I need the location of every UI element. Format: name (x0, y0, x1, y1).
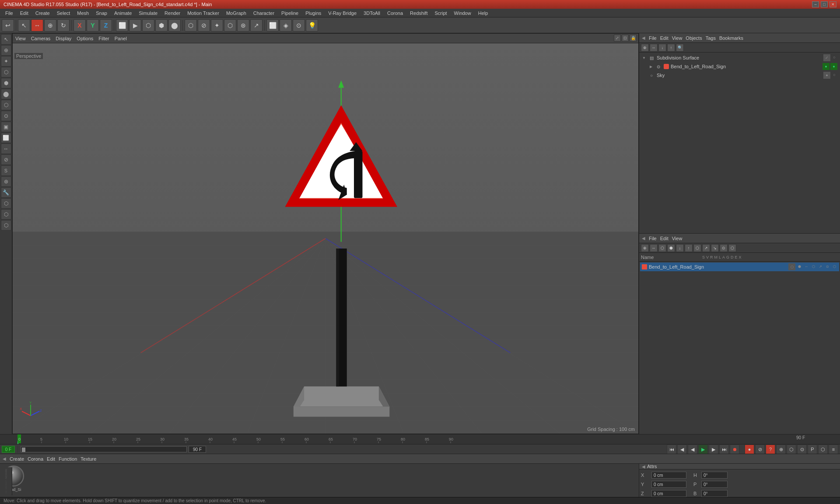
menu-v-ray-bridge[interactable]: V-Ray Bridge (325, 10, 360, 17)
viewport-menu-panel[interactable]: Panel (115, 36, 127, 41)
props-tool-11[interactable]: ⬡ (728, 244, 736, 252)
left-tool-2[interactable]: ⊕ (1, 45, 11, 56)
z-axis-btn[interactable]: Z (100, 19, 112, 32)
bp-menu-function[interactable]: Function (59, 456, 77, 462)
timeline-scrubber[interactable] (21, 446, 187, 452)
next-key-button[interactable]: ▶ (709, 444, 718, 454)
p-field[interactable]: 0° (701, 481, 728, 488)
b-field[interactable]: 0° (701, 490, 728, 497)
props-tool-2[interactable]: ↔ (650, 244, 658, 252)
obj-vis-r2[interactable]: ● (830, 63, 837, 70)
obj-vis-s1[interactable]: ● (823, 72, 830, 79)
rotate-tool[interactable]: ↻ (57, 19, 70, 32)
sphere-btn[interactable]: ⊘ (198, 19, 210, 32)
menu-create[interactable]: Create (32, 10, 53, 17)
select-tool[interactable]: ↖ (18, 19, 30, 32)
left-tool-6[interactable]: ⬤ (1, 89, 11, 99)
h-field[interactable]: 0° (701, 472, 728, 479)
obj-tool-3[interactable]: ↓ (658, 44, 666, 52)
left-tool-13[interactable]: S (1, 165, 11, 176)
prev-key-button[interactable]: ◀ (677, 444, 687, 454)
scale-tool[interactable]: ⊕ (44, 19, 56, 32)
vp-ctrl-layout[interactable]: ⊡ (622, 35, 629, 42)
left-tool-5[interactable]: ⬢ (1, 78, 11, 88)
prop-ctrl-4[interactable]: ⬡ (810, 263, 816, 270)
anim-btn[interactable]: ▶ (129, 19, 141, 32)
menu-script[interactable]: Script (431, 10, 450, 17)
deform-btn[interactable]: ⬡ (224, 19, 236, 32)
props-menu-edit[interactable]: Edit (660, 236, 668, 241)
transport-2[interactable]: ⊘ (755, 444, 765, 454)
menu-simulate[interactable]: Simulate (135, 10, 161, 17)
current-frame-display[interactable]: 0 F (2, 446, 15, 453)
props-tool-10[interactable]: ⊙ (720, 244, 728, 252)
left-tool-9[interactable]: ▣ (1, 122, 11, 132)
goto-start-button[interactable]: ⏮ (667, 444, 676, 454)
prop-ctrl-2[interactable]: ⬢ (796, 263, 802, 270)
menu-3dtoall[interactable]: 3DToAll (360, 10, 384, 17)
left-tool-11[interactable]: ↔ (1, 144, 11, 154)
object-mode[interactable]: ⬜ (116, 19, 128, 32)
menu-character[interactable]: Character (250, 10, 278, 17)
menu-snap[interactable]: Snap (92, 10, 111, 17)
left-tool-17[interactable]: ⬡ (1, 209, 11, 220)
transport-3[interactable]: ? (766, 444, 775, 454)
prop-ctrl-5[interactable]: ↗ (817, 263, 823, 270)
menu-help[interactable]: Help (475, 10, 492, 17)
prop-row-roadsign[interactable]: Bend_to_Left_Road_Sign ⬡ ⬢ ↔ ⬡ ↗ ⊙ ⬡ (640, 262, 839, 271)
left-tool-15[interactable]: 🔧 (1, 187, 11, 198)
close-button[interactable]: ✕ (830, 1, 836, 7)
bp-menu-create[interactable]: Create (10, 456, 24, 462)
end-frame-field[interactable]: 90 F (189, 446, 206, 453)
transport-6[interactable]: ⊙ (797, 444, 807, 454)
object-item-subdivision[interactable]: ▼ ▤ Subdivision Surface ✓ ○ (640, 53, 839, 62)
viewport-menu-view[interactable]: View (15, 36, 26, 41)
viewport-canvas[interactable]: Perspective Grid Spacing : 100 cm Z X Y (13, 43, 638, 434)
obj-search[interactable]: 🔍 (676, 44, 684, 52)
props-tool-7[interactable]: ⬡ (693, 244, 701, 252)
left-tool-14[interactable]: ⊛ (1, 176, 11, 187)
light-btn[interactable]: 💡 (306, 19, 318, 32)
menu-mesh[interactable]: Mesh (74, 10, 92, 17)
objects-menu-file[interactable]: File (649, 35, 657, 41)
y-axis-btn[interactable]: Y (87, 19, 99, 32)
window-controls[interactable]: – □ ✕ (812, 1, 836, 7)
spline-btn[interactable]: ↗ (250, 19, 262, 32)
props-tool-3[interactable]: ⬡ (658, 244, 666, 252)
move-tool[interactable]: ↔ (31, 19, 43, 32)
left-tool-7[interactable]: ⬡ (1, 100, 11, 110)
objects-menu-objects[interactable]: Objects (686, 35, 702, 41)
props-tool-9[interactable]: ↘ (711, 244, 719, 252)
obj-tool-4[interactable]: ↑ (667, 44, 675, 52)
objects-menu-bookmarks[interactable]: Bookmarks (719, 35, 743, 41)
vp-ctrl-lock[interactable]: 🔒 (630, 35, 637, 42)
object-item-sky[interactable]: ○ Sky ● ○ (640, 71, 839, 80)
bp-menu-edit[interactable]: Edit (47, 456, 55, 462)
display-btn[interactable]: ◈ (280, 19, 292, 32)
menu-edit[interactable]: Edit (17, 10, 32, 17)
menu-render[interactable]: Render (161, 10, 184, 17)
props-tool-5[interactable]: ↓ (676, 244, 684, 252)
record-button[interactable]: ⏺ (730, 444, 739, 454)
objects-menu-edit[interactable]: Edit (660, 35, 668, 41)
menu-mograph[interactable]: MoGraph (223, 10, 250, 17)
viewport-menu-display[interactable]: Display (56, 36, 71, 41)
snap-btn[interactable]: ⊙ (293, 19, 305, 32)
x-axis-btn[interactable]: X (74, 19, 86, 32)
viewport-menu-options[interactable]: Options (77, 36, 93, 41)
menu-select[interactable]: Select (53, 10, 74, 17)
render-btn[interactable]: ⬢ (155, 19, 168, 32)
play-back-button[interactable]: ◀ (688, 444, 697, 454)
goto-end-button[interactable]: ⏭ (719, 444, 729, 454)
maximize-button[interactable]: □ (821, 1, 828, 7)
obj-visible-2[interactable]: ○ (831, 54, 837, 60)
menu-redshift[interactable]: Redshift (406, 10, 431, 17)
obj-tool-2[interactable]: ↔ (650, 44, 658, 52)
menu-pipeline[interactable]: Pipeline (278, 10, 302, 17)
menu-window[interactable]: Window (451, 10, 475, 17)
transport-4[interactable]: ⊕ (776, 444, 786, 454)
props-tool-6[interactable]: ↑ (685, 244, 693, 252)
obj-vis-s2[interactable]: ○ (831, 72, 837, 78)
y-pos-field[interactable]: 0 cm (651, 481, 686, 488)
cube-btn[interactable]: ⬡ (185, 19, 197, 32)
